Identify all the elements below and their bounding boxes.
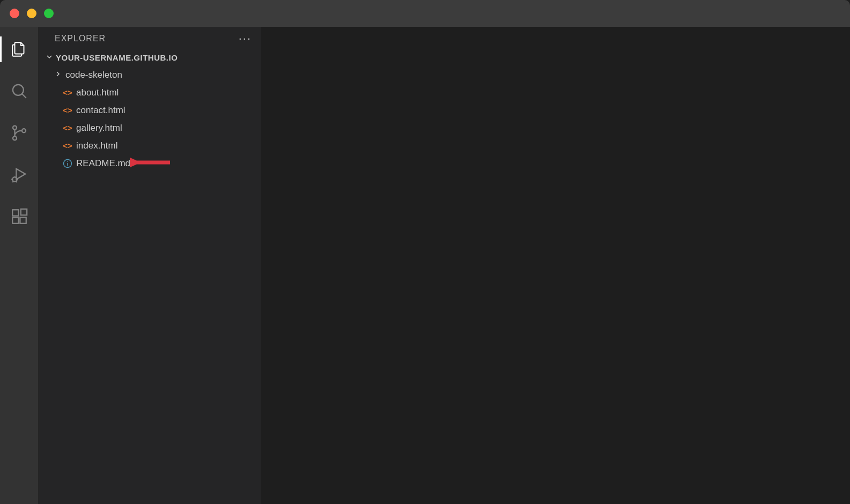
folder-item-code-skeleton[interactable]: code-skeleton <box>39 66 261 84</box>
sidebar: EXPLORER ··· YOUR-USERNAME.GITHUB.IO cod… <box>39 27 261 504</box>
html-file-icon: <> <box>62 106 73 115</box>
svg-rect-13 <box>20 217 26 223</box>
run-debug-tab[interactable] <box>0 162 39 188</box>
window-titlebar <box>0 0 850 27</box>
debug-icon <box>10 166 28 184</box>
extensions-icon <box>10 207 28 226</box>
file-tree: code-skeleton <> about.html <> contact.h… <box>39 65 261 172</box>
svg-rect-11 <box>12 210 18 216</box>
svg-point-4 <box>21 129 25 132</box>
svg-point-0 <box>12 85 23 95</box>
svg-point-2 <box>12 126 16 130</box>
file-item-contact[interactable]: <> contact.html <box>39 101 261 119</box>
svg-line-9 <box>12 181 13 182</box>
file-item-index[interactable]: <> index.html <box>39 137 261 154</box>
file-item-gallery[interactable]: <> gallery.html <box>39 119 261 137</box>
source-control-tab[interactable] <box>0 120 39 146</box>
tree-item-label: gallery.html <box>76 123 122 134</box>
svg-point-17 <box>67 161 68 162</box>
svg-rect-12 <box>12 217 18 223</box>
search-icon <box>10 82 28 100</box>
svg-marker-5 <box>16 169 25 180</box>
chevron-down-icon <box>44 53 55 63</box>
info-file-icon <box>62 159 73 168</box>
extensions-tab[interactable] <box>0 204 39 229</box>
tree-item-label: code-skeleton <box>65 70 122 80</box>
tree-item-label: index.html <box>76 140 117 151</box>
tree-item-label: contact.html <box>76 105 125 116</box>
close-window-button[interactable] <box>10 9 19 18</box>
sidebar-title: EXPLORER <box>55 34 106 43</box>
editor-area <box>261 27 850 504</box>
sidebar-header: EXPLORER ··· <box>39 27 261 50</box>
minimize-window-button[interactable] <box>27 9 36 18</box>
main-layout: EXPLORER ··· YOUR-USERNAME.GITHUB.IO cod… <box>0 27 850 504</box>
root-folder-header[interactable]: YOUR-USERNAME.GITHUB.IO <box>39 50 261 65</box>
file-item-readme[interactable]: README.md <box>39 154 261 172</box>
svg-line-10 <box>16 181 17 182</box>
html-file-icon: <> <box>62 123 73 132</box>
chevron-right-icon <box>54 70 62 80</box>
root-folder-name: YOUR-USERNAME.GITHUB.IO <box>56 53 178 62</box>
html-file-icon: <> <box>62 141 73 150</box>
search-tab[interactable] <box>0 78 39 104</box>
activity-bar <box>0 27 39 504</box>
file-item-about[interactable]: <> about.html <box>39 84 261 101</box>
tree-item-label: README.md <box>76 158 130 169</box>
files-icon <box>10 40 28 58</box>
explorer-tab[interactable] <box>0 36 39 62</box>
svg-point-3 <box>12 136 16 140</box>
svg-line-1 <box>21 94 26 98</box>
sidebar-more-button[interactable]: ··· <box>239 32 252 46</box>
source-control-icon <box>10 124 28 142</box>
html-file-icon: <> <box>62 88 73 97</box>
tree-item-label: about.html <box>76 87 119 98</box>
svg-rect-14 <box>20 209 26 215</box>
maximize-window-button[interactable] <box>44 9 54 18</box>
